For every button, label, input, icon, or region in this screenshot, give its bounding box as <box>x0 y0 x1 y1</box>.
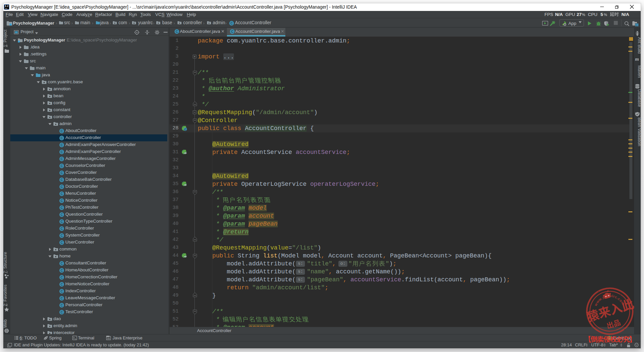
svg-text:C: C <box>60 206 63 210</box>
svg-text:C: C <box>60 192 63 196</box>
svg-text:C: C <box>230 22 233 25</box>
svg-text:C: C <box>60 171 63 175</box>
svg-text:C: C <box>60 164 63 168</box>
svg-text:C: C <box>60 157 63 161</box>
svg-text:C: C <box>60 269 63 272</box>
svg-text:C: C <box>60 262 63 265</box>
svg-text:C: C <box>60 199 63 203</box>
svg-text:C: C <box>60 213 63 217</box>
svg-text:C: C <box>60 185 63 189</box>
svg-text:C: C <box>60 283 63 286</box>
svg-text:C: C <box>60 220 63 224</box>
svg-text:C: C <box>60 150 63 154</box>
svg-text:C: C <box>184 128 186 131</box>
svg-text:C: C <box>60 290 63 293</box>
svg-text:C: C <box>176 30 178 34</box>
svg-text:C: C <box>60 129 63 133</box>
svg-text:C: C <box>60 178 63 182</box>
svg-text:C: C <box>60 136 63 140</box>
svg-text:C: C <box>60 311 63 314</box>
svg-text:C: C <box>60 234 63 238</box>
svg-text:C: C <box>60 227 63 231</box>
svg-text:C: C <box>60 304 63 307</box>
svg-text:C: C <box>60 297 63 300</box>
svg-text:C: C <box>60 241 63 245</box>
svg-text:C: C <box>60 276 63 279</box>
svg-text:C: C <box>231 30 233 34</box>
svg-text:C: C <box>60 143 63 147</box>
